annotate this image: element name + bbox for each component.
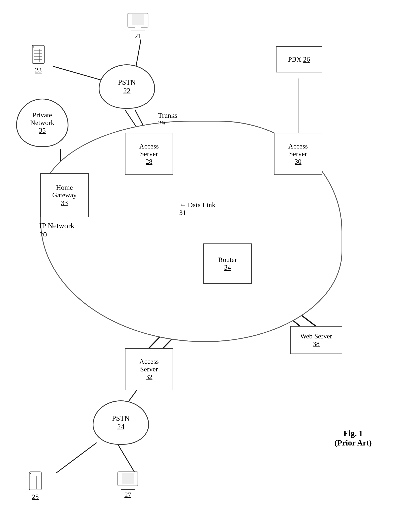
phone23-icon: 23 — [29, 44, 47, 74]
home-gateway33-box: Home Gateway 33 — [40, 173, 89, 217]
svg-rect-40 — [121, 488, 135, 490]
computer27-num: 27 — [124, 491, 131, 499]
svg-rect-30 — [29, 472, 41, 490]
pstn24-cloud: PSTN 24 — [93, 401, 149, 445]
access-server30-box: Access Server 30 — [274, 133, 322, 175]
fig-label: Fig. 1 (Prior Art) — [334, 429, 372, 448]
data-link-label: ← Data Link 31 — [179, 201, 215, 216]
router34-box: Router 34 — [204, 244, 252, 284]
svg-line-17 — [117, 443, 135, 473]
svg-rect-39 — [125, 486, 131, 488]
computer21-num: 21 — [135, 32, 141, 40]
computer27-icon: 27 — [116, 471, 140, 499]
trunks-label: Trunks 29 — [158, 112, 177, 127]
svg-rect-38 — [122, 473, 134, 484]
ip-network-label: IP Network 20 — [39, 221, 75, 239]
svg-rect-23 — [32, 45, 44, 63]
phone23-num: 23 — [35, 66, 42, 74]
private-network-cloud: Private Network 35 — [16, 98, 68, 147]
pbx26-box: PBX 26 — [276, 46, 322, 73]
svg-rect-22 — [131, 29, 145, 31]
computer21-icon: 21 — [126, 12, 150, 40]
web-server38-box: Web Server 38 — [290, 326, 342, 354]
phone25-num: 25 — [32, 493, 39, 501]
svg-line-16 — [56, 443, 97, 473]
pstn22-cloud: PSTN 22 — [99, 64, 155, 109]
svg-rect-20 — [132, 14, 144, 25]
access-server32-box: Access Server 32 — [125, 348, 173, 390]
diagram: IP Network 20 PSTN 22 Private Network 35… — [0, 0, 408, 532]
svg-rect-21 — [135, 27, 141, 29]
access-server28-box: Access Server 28 — [125, 133, 173, 175]
phone25-icon: 25 — [26, 471, 44, 501]
